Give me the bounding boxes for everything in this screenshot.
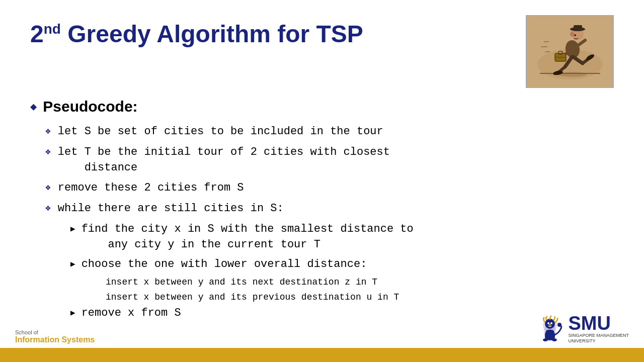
bullet-text-2: let T be the initial tour of 2 cities wi… [58, 145, 390, 176]
sub-sub-bullet-text-1: insert x between y and its next destinat… [106, 277, 377, 287]
sub-bullets-area: ▶ find the city x in S with the smallest… [45, 222, 614, 321]
svg-point-32 [557, 323, 561, 327]
slide-title: 2nd Greedy Algorithm for TSP [30, 20, 363, 48]
sub-bullet-text-3: remove x from S [82, 306, 181, 321]
slide: 2nd Greedy Algorithm for TSP [0, 0, 644, 362]
bullet-diamond-icon-4: ❖ [45, 202, 51, 213]
footer-left: School of Information Systems [15, 329, 95, 344]
sub-bullet-text-2: choose the one with lower overall distan… [82, 257, 367, 273]
svg-point-23 [570, 32, 574, 37]
sub-sub-bullets-area: insert x between y and its next destinat… [70, 276, 614, 303]
svg-point-30 [543, 338, 548, 341]
sub-bullet-text-1: find the city x in S with the smallest d… [82, 222, 414, 253]
title-area: 2nd Greedy Algorithm for TSP [30, 15, 614, 88]
smu-full-label: SINGAPORE MANAGEMENTUNIVERSITY [568, 333, 629, 344]
svg-point-29 [549, 324, 551, 325]
smu-icon [536, 315, 564, 343]
bullet-item-4: ❖ while there are still cities in S: [45, 201, 614, 217]
bullet-text-4: while there are still cities in S: [58, 201, 284, 217]
section-label: Pseudocode: [43, 98, 137, 115]
bullet-diamond-icon-2: ❖ [45, 146, 51, 157]
content-area: ❖ let S be set of cities to be included … [30, 124, 614, 321]
school-of-label: School of [15, 329, 95, 335]
svg-point-27 [547, 322, 549, 324]
svg-point-31 [552, 338, 557, 341]
illustration-image [526, 15, 614, 88]
bullet-text-1: let S be set of cities to be included in… [58, 124, 383, 140]
pseudocode-section-header: ◆ Pseudocode: [30, 98, 614, 115]
sub-sub-bullet-text-2: insert x between y and its previous dest… [106, 292, 399, 302]
smu-name-label: SMU [568, 314, 610, 333]
bullet-item-2: ❖ let T be the initial tour of 2 cities … [45, 145, 614, 176]
smu-logo: SMU SINGAPORE MANAGEMENTUNIVERSITY [536, 314, 629, 344]
sub-sub-bullet-item-1: insert x between y and its next destinat… [106, 276, 614, 289]
sub-bullet-item-3: ▶ remove x from S [70, 306, 614, 321]
arrow-bullet-icon-3: ▶ [70, 308, 75, 318]
bullet-item-1: ❖ let S be set of cities to be included … [45, 124, 614, 140]
bullet-text-3: remove these 2 cities from S [58, 180, 244, 196]
bottom-bar [0, 348, 644, 362]
bullet-diamond-icon-1: ❖ [45, 125, 51, 136]
bullet-item-3: ❖ remove these 2 cities from S [45, 180, 614, 196]
sub-sub-bullet-item-2: insert x between y and its previous dest… [106, 291, 614, 304]
svg-rect-7 [574, 25, 582, 30]
sub-bullet-item-2: ▶ choose the one with lower overall dist… [70, 257, 614, 273]
arrow-bullet-icon-1: ▶ [70, 224, 75, 234]
svg-point-28 [550, 322, 552, 324]
section-diamond-icon: ◆ [30, 100, 37, 114]
sub-bullet-item-1: ▶ find the city x in S with the smallest… [70, 222, 614, 253]
info-systems-label: Information Systems [15, 335, 95, 344]
svg-point-22 [574, 34, 576, 36]
bullet-diamond-icon-3: ❖ [45, 182, 51, 193]
arrow-bullet-icon-2: ▶ [70, 259, 75, 269]
smu-text-area: SMU SINGAPORE MANAGEMENTUNIVERSITY [568, 314, 629, 344]
